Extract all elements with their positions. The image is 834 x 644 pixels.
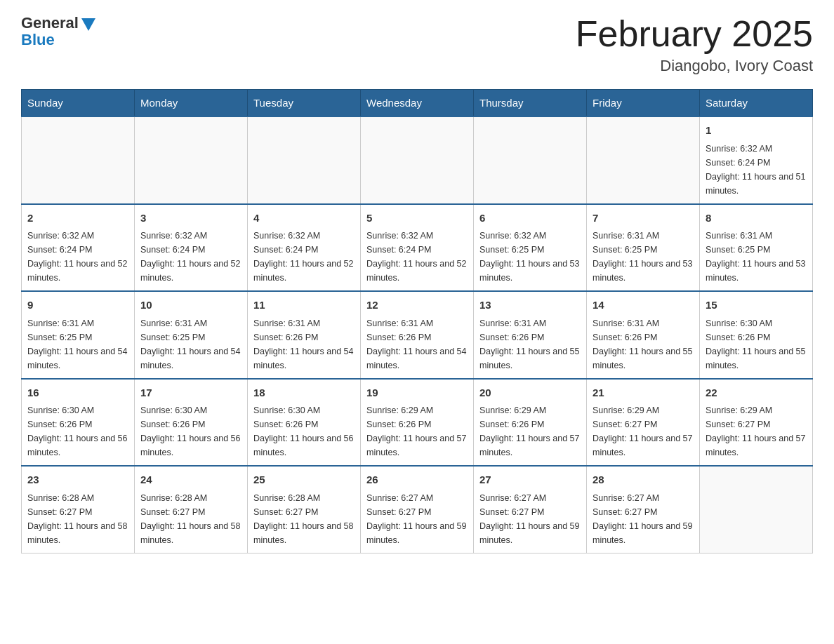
day-info: Sunrise: 6:31 AMSunset: 6:26 PMDaylight:… bbox=[479, 316, 581, 373]
day-info: Sunrise: 6:28 AMSunset: 6:27 PMDaylight:… bbox=[140, 491, 241, 547]
calendar-cell: 6Sunrise: 6:32 AMSunset: 6:25 PMDaylight… bbox=[474, 204, 587, 292]
day-info: Sunrise: 6:32 AMSunset: 6:24 PMDaylight:… bbox=[366, 229, 468, 285]
calendar-cell: 12Sunrise: 6:31 AMSunset: 6:26 PMDayligh… bbox=[361, 291, 474, 379]
calendar-cell: 22Sunrise: 6:29 AMSunset: 6:27 PMDayligh… bbox=[700, 379, 813, 467]
weekday-header-thursday: Thursday bbox=[474, 90, 587, 117]
day-info: Sunrise: 6:28 AMSunset: 6:27 PMDaylight:… bbox=[27, 491, 128, 547]
weekday-header-row: SundayMondayTuesdayWednesdayThursdayFrid… bbox=[22, 90, 813, 117]
day-info: Sunrise: 6:28 AMSunset: 6:27 PMDaylight:… bbox=[253, 491, 355, 547]
calendar-week-3: 9Sunrise: 6:31 AMSunset: 6:25 PMDaylight… bbox=[22, 291, 813, 379]
day-number: 1 bbox=[706, 123, 807, 139]
calendar-cell bbox=[361, 116, 474, 204]
calendar-cell: 2Sunrise: 6:32 AMSunset: 6:24 PMDaylight… bbox=[22, 204, 135, 292]
weekday-header-saturday: Saturday bbox=[700, 90, 813, 117]
day-number: 11 bbox=[253, 297, 355, 314]
calendar-cell: 27Sunrise: 6:27 AMSunset: 6:27 PMDayligh… bbox=[474, 466, 587, 553]
logo-blue-text: Blue bbox=[21, 31, 55, 49]
weekday-header-tuesday: Tuesday bbox=[248, 90, 361, 117]
day-number: 22 bbox=[706, 385, 807, 401]
day-number: 5 bbox=[366, 210, 468, 227]
weekday-header-sunday: Sunday bbox=[22, 90, 135, 117]
calendar-cell bbox=[474, 116, 587, 204]
day-info: Sunrise: 6:29 AMSunset: 6:26 PMDaylight:… bbox=[366, 403, 468, 459]
calendar-cell: 7Sunrise: 6:31 AMSunset: 6:25 PMDaylight… bbox=[587, 204, 700, 292]
calendar-header: SundayMondayTuesdayWednesdayThursdayFrid… bbox=[22, 90, 813, 117]
day-info: Sunrise: 6:29 AMSunset: 6:26 PMDaylight:… bbox=[479, 403, 581, 459]
calendar-week-2: 2Sunrise: 6:32 AMSunset: 6:24 PMDaylight… bbox=[22, 204, 813, 292]
calendar-cell bbox=[248, 116, 361, 204]
day-info: Sunrise: 6:27 AMSunset: 6:27 PMDaylight:… bbox=[479, 491, 581, 547]
day-number: 24 bbox=[140, 472, 241, 488]
day-number: 17 bbox=[140, 385, 241, 401]
logo: General Blue bbox=[21, 14, 95, 49]
calendar-cell: 23Sunrise: 6:28 AMSunset: 6:27 PMDayligh… bbox=[22, 466, 135, 553]
day-info: Sunrise: 6:30 AMSunset: 6:26 PMDaylight:… bbox=[706, 316, 807, 373]
day-info: Sunrise: 6:29 AMSunset: 6:27 PMDaylight:… bbox=[706, 403, 807, 459]
day-info: Sunrise: 6:30 AMSunset: 6:26 PMDaylight:… bbox=[27, 403, 128, 459]
calendar-cell: 10Sunrise: 6:31 AMSunset: 6:25 PMDayligh… bbox=[135, 291, 248, 379]
day-info: Sunrise: 6:32 AMSunset: 6:24 PMDaylight:… bbox=[706, 142, 807, 198]
day-number: 27 bbox=[479, 472, 581, 488]
day-info: Sunrise: 6:31 AMSunset: 6:25 PMDaylight:… bbox=[593, 229, 694, 285]
calendar-cell bbox=[22, 116, 135, 204]
day-info: Sunrise: 6:32 AMSunset: 6:25 PMDaylight:… bbox=[479, 229, 581, 285]
calendar-week-5: 23Sunrise: 6:28 AMSunset: 6:27 PMDayligh… bbox=[22, 466, 813, 553]
weekday-header-friday: Friday bbox=[587, 90, 700, 117]
day-info: Sunrise: 6:27 AMSunset: 6:27 PMDaylight:… bbox=[593, 491, 694, 547]
day-info: Sunrise: 6:31 AMSunset: 6:25 PMDaylight:… bbox=[140, 316, 241, 373]
calendar-body: 1Sunrise: 6:32 AMSunset: 6:24 PMDaylight… bbox=[22, 116, 813, 553]
calendar-cell: 28Sunrise: 6:27 AMSunset: 6:27 PMDayligh… bbox=[587, 466, 700, 553]
calendar-cell: 18Sunrise: 6:30 AMSunset: 6:26 PMDayligh… bbox=[248, 379, 361, 467]
calendar-cell: 5Sunrise: 6:32 AMSunset: 6:24 PMDaylight… bbox=[361, 204, 474, 292]
calendar-cell: 3Sunrise: 6:32 AMSunset: 6:24 PMDaylight… bbox=[135, 204, 248, 292]
day-number: 28 bbox=[593, 472, 694, 488]
day-info: Sunrise: 6:30 AMSunset: 6:26 PMDaylight:… bbox=[140, 403, 241, 459]
day-info: Sunrise: 6:31 AMSunset: 6:26 PMDaylight:… bbox=[593, 316, 694, 373]
calendar-cell: 19Sunrise: 6:29 AMSunset: 6:26 PMDayligh… bbox=[361, 379, 474, 467]
calendar-cell: 11Sunrise: 6:31 AMSunset: 6:26 PMDayligh… bbox=[248, 291, 361, 379]
calendar-table: SundayMondayTuesdayWednesdayThursdayFrid… bbox=[21, 89, 813, 554]
calendar-cell: 1Sunrise: 6:32 AMSunset: 6:24 PMDaylight… bbox=[700, 116, 813, 204]
page-header: General Blue February 2025 Diangobo, Ivo… bbox=[21, 14, 813, 75]
day-number: 19 bbox=[366, 385, 468, 401]
logo-general-text: General bbox=[21, 14, 79, 32]
calendar-cell: 4Sunrise: 6:32 AMSunset: 6:24 PMDaylight… bbox=[248, 204, 361, 292]
day-number: 13 bbox=[479, 297, 581, 314]
location-title: Diangobo, Ivory Coast bbox=[576, 57, 813, 75]
day-number: 14 bbox=[593, 297, 694, 314]
day-info: Sunrise: 6:32 AMSunset: 6:24 PMDaylight:… bbox=[140, 229, 241, 285]
day-number: 3 bbox=[140, 210, 241, 227]
day-number: 16 bbox=[27, 385, 128, 401]
day-info: Sunrise: 6:31 AMSunset: 6:26 PMDaylight:… bbox=[253, 316, 355, 373]
day-number: 6 bbox=[479, 210, 581, 227]
calendar-cell: 20Sunrise: 6:29 AMSunset: 6:26 PMDayligh… bbox=[474, 379, 587, 467]
day-number: 20 bbox=[479, 385, 581, 401]
calendar-cell: 25Sunrise: 6:28 AMSunset: 6:27 PMDayligh… bbox=[248, 466, 361, 553]
day-number: 9 bbox=[27, 297, 128, 314]
day-info: Sunrise: 6:31 AMSunset: 6:25 PMDaylight:… bbox=[706, 229, 807, 285]
calendar-cell bbox=[700, 466, 813, 553]
day-number: 25 bbox=[253, 472, 355, 488]
calendar-cell: 15Sunrise: 6:30 AMSunset: 6:26 PMDayligh… bbox=[700, 291, 813, 379]
calendar-cell: 9Sunrise: 6:31 AMSunset: 6:25 PMDaylight… bbox=[22, 291, 135, 379]
calendar-cell: 24Sunrise: 6:28 AMSunset: 6:27 PMDayligh… bbox=[135, 466, 248, 553]
calendar-week-4: 16Sunrise: 6:30 AMSunset: 6:26 PMDayligh… bbox=[22, 379, 813, 467]
day-number: 26 bbox=[366, 472, 468, 488]
day-info: Sunrise: 6:31 AMSunset: 6:25 PMDaylight:… bbox=[27, 316, 128, 373]
day-info: Sunrise: 6:27 AMSunset: 6:27 PMDaylight:… bbox=[366, 491, 468, 547]
day-info: Sunrise: 6:31 AMSunset: 6:26 PMDaylight:… bbox=[366, 316, 468, 373]
day-info: Sunrise: 6:29 AMSunset: 6:27 PMDaylight:… bbox=[593, 403, 694, 459]
calendar-cell bbox=[135, 116, 248, 204]
day-number: 23 bbox=[27, 472, 128, 488]
calendar-cell: 13Sunrise: 6:31 AMSunset: 6:26 PMDayligh… bbox=[474, 291, 587, 379]
month-title: February 2025 bbox=[576, 14, 813, 54]
calendar-cell: 14Sunrise: 6:31 AMSunset: 6:26 PMDayligh… bbox=[587, 291, 700, 379]
day-number: 2 bbox=[27, 210, 128, 227]
day-number: 15 bbox=[706, 297, 807, 314]
weekday-header-monday: Monday bbox=[135, 90, 248, 117]
calendar-cell bbox=[587, 116, 700, 204]
calendar-cell: 21Sunrise: 6:29 AMSunset: 6:27 PMDayligh… bbox=[587, 379, 700, 467]
day-number: 7 bbox=[593, 210, 694, 227]
calendar-cell: 26Sunrise: 6:27 AMSunset: 6:27 PMDayligh… bbox=[361, 466, 474, 553]
weekday-header-wednesday: Wednesday bbox=[361, 90, 474, 117]
